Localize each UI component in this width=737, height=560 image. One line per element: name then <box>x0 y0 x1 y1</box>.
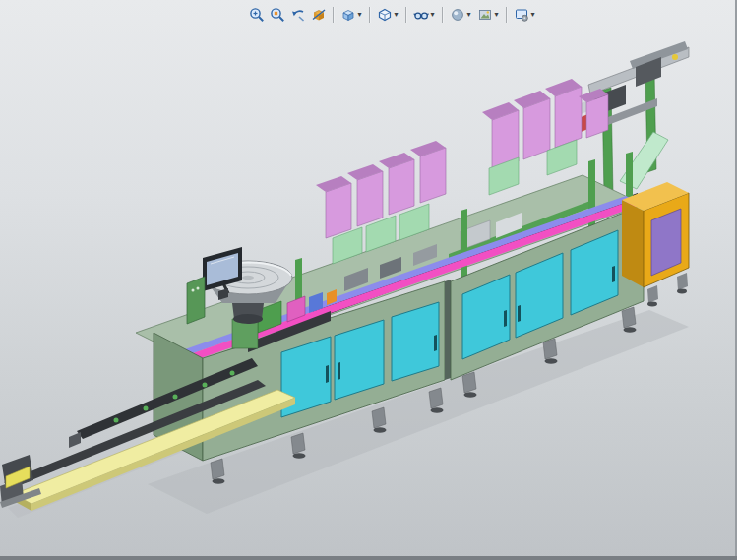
apply-scene-button[interactable]: ▾ <box>476 5 501 25</box>
view-orientation-button[interactable]: ▾ <box>339 5 364 25</box>
edit-appearance-button[interactable]: ▾ <box>449 5 473 25</box>
view-orientation-icon <box>340 7 356 23</box>
toolbar-separator <box>506 7 508 23</box>
window-edge-bottom <box>0 556 737 560</box>
toolbar-separator <box>333 7 335 23</box>
dropdown-caret[interactable]: ▾ <box>356 11 363 19</box>
display-style-icon <box>377 7 393 23</box>
glasses-icon <box>413 7 429 23</box>
toolbar-separator <box>405 7 407 23</box>
dropdown-caret[interactable]: ▾ <box>493 11 500 19</box>
zoom-to-fit-icon <box>249 7 265 23</box>
dropdown-caret[interactable]: ▾ <box>393 11 399 19</box>
previous-view-button[interactable] <box>289 5 307 25</box>
control-box <box>187 277 205 324</box>
section-view-icon <box>311 7 327 23</box>
section-view-button[interactable] <box>310 5 328 25</box>
toolbar-separator <box>369 7 371 23</box>
dropdown-caret[interactable]: ▾ <box>465 11 472 19</box>
toolbar-separator <box>442 7 444 23</box>
zoom-to-area-button[interactable] <box>269 5 286 25</box>
view-settings-button[interactable]: ▾ <box>513 5 537 25</box>
zoom-to-area-icon <box>270 7 285 23</box>
scene-icon <box>477 7 493 23</box>
dropdown-caret[interactable]: ▾ <box>529 11 536 19</box>
view-toolbar: ▾ ▾ ▾ ▾ ▾ <box>248 3 537 27</box>
appearance-sphere-icon <box>450 7 465 23</box>
zoom-to-fit-button[interactable] <box>248 5 266 25</box>
view-settings-icon <box>514 7 529 23</box>
dropdown-caret[interactable]: ▾ <box>429 11 436 19</box>
cad-viewport[interactable] <box>0 0 737 560</box>
previous-view-icon <box>290 7 306 23</box>
display-style-button[interactable]: ▾ <box>376 5 400 25</box>
hide-show-items-button[interactable]: ▾ <box>412 5 437 25</box>
